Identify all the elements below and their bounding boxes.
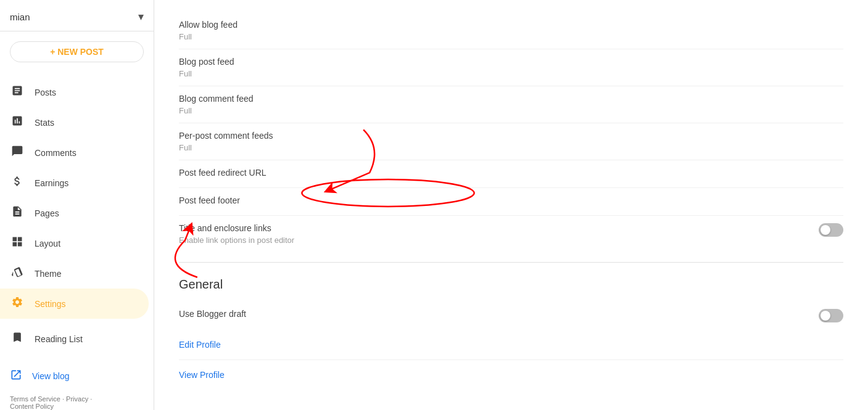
blogger-draft-toggle[interactable]	[819, 309, 843, 322]
sidebar-item-earnings[interactable]: Earnings	[0, 168, 149, 198]
theme-icon	[10, 266, 25, 281]
blog-post-feed-row: Blog post feed Full	[179, 49, 843, 86]
sidebar-item-layout[interactable]: Layout	[0, 228, 149, 258]
title-enclosure-toggle[interactable]	[819, 223, 843, 237]
sidebar-earnings-label: Earnings	[35, 178, 68, 188]
post-feed-footer-label: Post feed footer	[179, 195, 843, 205]
blog-post-feed-label: Blog post feed	[179, 57, 843, 67]
view-blog-label: View blog	[32, 371, 69, 381]
post-feed-redirect-url-label: Post feed redirect URL	[179, 168, 843, 178]
sidebar-posts-label: Posts	[35, 88, 56, 97]
per-post-comment-feeds-label: Per-post comment feeds	[179, 131, 843, 141]
sidebar-item-posts[interactable]: Posts	[0, 77, 149, 107]
allow-blog-feed-label: Allow blog feed	[179, 20, 843, 30]
blogger-draft-toggle-knob	[820, 311, 830, 321]
sidebar-item-theme[interactable]: Theme	[0, 258, 149, 289]
toggle-knob	[820, 225, 830, 235]
sidebar-settings-label: Settings	[35, 299, 66, 309]
blogger-draft-row: Use Blogger draft	[179, 301, 843, 330]
view-profile-link[interactable]: View Profile	[179, 367, 843, 382]
title-enclosure-label: Title and enclosure links	[179, 223, 819, 233]
sidebar-item-pages[interactable]: Pages	[0, 198, 149, 228]
feed-settings-section: Allow blog feed Full Blog post feed Full…	[179, 0, 843, 402]
title-enclosure-description: Enable link options in post editor	[179, 236, 819, 245]
sidebar: mian ▾ + NEW POST Posts Stats Comments E…	[0, 0, 154, 410]
sidebar-theme-label: Theme	[35, 269, 62, 279]
reading-list-label: Reading List	[35, 334, 83, 344]
privacy-link[interactable]: Privacy	[66, 395, 88, 403]
posts-icon	[10, 84, 25, 100]
blogger-draft-label: Use Blogger draft	[179, 309, 819, 319]
section-divider	[179, 262, 843, 263]
per-post-comment-feeds-value[interactable]: Full	[179, 143, 843, 152]
allow-blog-feed-value[interactable]: Full	[179, 32, 843, 41]
sidebar-footer: Terms of Service · Privacy · Content Pol…	[0, 390, 154, 410]
view-blog-icon	[10, 369, 22, 383]
post-feed-footer-row: Post feed footer	[179, 188, 843, 216]
sidebar-stats-label: Stats	[35, 118, 54, 128]
allow-blog-feed-row: Allow blog feed Full	[179, 12, 843, 49]
main-content: Allow blog feed Full Blog post feed Full…	[154, 0, 868, 410]
blog-name: mian	[10, 12, 30, 22]
general-section-title: General	[179, 277, 843, 292]
dropdown-icon[interactable]: ▾	[138, 10, 144, 23]
content-policy-link[interactable]: Content Policy	[10, 403, 54, 410]
sidebar-header: mian ▾	[0, 0, 154, 31]
comments-icon	[10, 145, 25, 160]
stats-icon	[10, 115, 25, 130]
edit-profile-link[interactable]: Edit Profile	[179, 337, 843, 352]
blog-post-feed-value[interactable]: Full	[179, 69, 843, 78]
new-post-button[interactable]: + NEW POST	[10, 41, 144, 62]
sidebar-item-stats[interactable]: Stats	[0, 107, 149, 137]
settings-icon	[10, 296, 25, 311]
sidebar-item-settings[interactable]: Settings	[0, 289, 149, 319]
view-profile-row: View Profile	[179, 360, 843, 390]
blog-comment-feed-row: Blog comment feed Full	[179, 86, 843, 123]
terms-link[interactable]: Terms of Service	[10, 395, 60, 403]
title-enclosure-row: Title and enclosure links Enable link op…	[179, 216, 843, 252]
layout-icon	[10, 236, 25, 251]
edit-profile-row: Edit Profile	[179, 330, 843, 360]
blogger-draft-info: Use Blogger draft	[179, 309, 819, 321]
per-post-comment-feeds-row: Per-post comment feeds Full	[179, 123, 843, 160]
pages-icon	[10, 205, 25, 221]
sidebar-comments-label: Comments	[35, 148, 76, 158]
view-blog-item[interactable]: View blog	[0, 361, 154, 390]
blog-comment-feed-label: Blog comment feed	[179, 94, 843, 104]
sidebar-item-comments[interactable]: Comments	[0, 137, 149, 168]
post-feed-redirect-url-row: Post feed redirect URL	[179, 160, 843, 188]
sidebar-layout-label: Layout	[35, 239, 60, 248]
blog-comment-feed-value[interactable]: Full	[179, 106, 843, 115]
reading-list-icon	[10, 331, 25, 346]
title-enclosure-info: Title and enclosure links Enable link op…	[179, 223, 819, 245]
sidebar-item-reading-list[interactable]: Reading List	[0, 324, 149, 354]
sidebar-pages-label: Pages	[35, 208, 59, 218]
earnings-icon	[10, 175, 25, 191]
